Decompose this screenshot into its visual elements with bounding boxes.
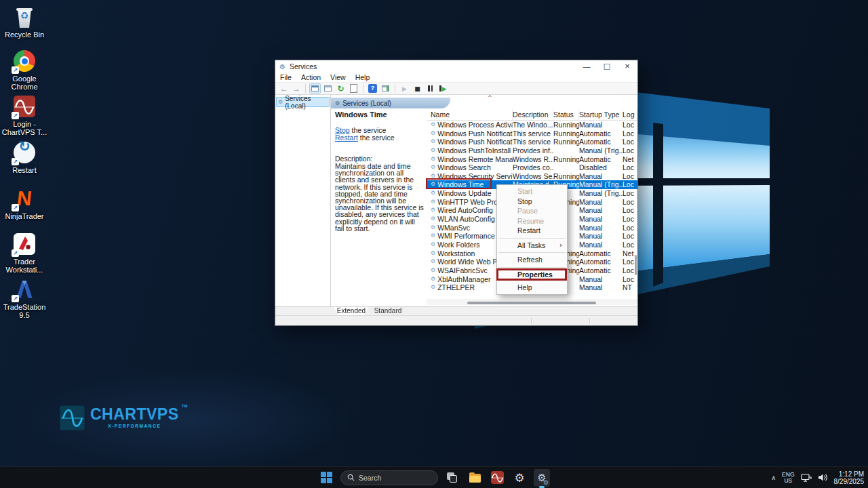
show-action-pane-button[interactable] — [380, 83, 391, 94]
menu-separator — [498, 252, 566, 253]
chartvps-icon — [491, 471, 504, 484]
shortcut-arrow-icon: ↗ — [12, 204, 19, 211]
title-bar[interactable]: ⚙ Services — □ × — [275, 60, 637, 73]
services-app-button[interactable]: ⚙⚙ — [534, 470, 550, 486]
desktop-icon-recycle-bin[interactable]: ♻ Recycle Bin — [0, 5, 49, 39]
menu-action[interactable]: Action — [296, 73, 326, 81]
recycle-bin-icon: ♻ — [13, 5, 36, 28]
column-header-status[interactable]: Status — [553, 109, 579, 120]
brand-name: CHARTVPS — [90, 405, 179, 423]
tab-extended[interactable]: Extended — [334, 307, 369, 315]
service-gear-icon: ⚙ — [431, 121, 435, 129]
service-row-windows-pushtoinstall-serv[interactable]: ⚙Windows PushToInstall Serv...Provides i… — [427, 146, 637, 155]
clock[interactable]: 1:12 PM 8/29/2025 — [834, 470, 865, 485]
service-gear-icon: ⚙ — [431, 224, 435, 232]
services-gears-icon: ⚙⚙ — [534, 469, 550, 487]
desktop-icon-tradestation[interactable]: ↗ TradeStation 9.5 — [0, 278, 49, 319]
stop-service-link[interactable]: Stop — [335, 126, 350, 134]
column-header-description[interactable]: Description — [513, 109, 553, 120]
service-row-windows-push-notification[interactable]: ⚙Windows Push Notification...This servic… — [427, 129, 637, 138]
submenu-arrow-icon: › — [559, 241, 562, 251]
selected-service-name: Windows Time — [335, 111, 424, 119]
desktop-icon-restart[interactable]: ↻ ↗ Restart — [0, 141, 49, 174]
language-indicator[interactable]: ENG US — [782, 472, 794, 483]
start-service-button[interactable]: ▶ — [399, 83, 410, 94]
description-label: Description: — [335, 155, 424, 163]
chrome-icon: ↗ — [13, 49, 36, 73]
service-gear-icon: ⚙ — [431, 129, 435, 138]
column-header-log[interactable]: Log — [623, 109, 637, 120]
scrollbar-thumb[interactable] — [467, 302, 596, 304]
tab-standard[interactable]: Standard — [370, 307, 406, 315]
export-list-button[interactable]: → — [348, 83, 359, 94]
file-explorer-button[interactable] — [467, 470, 483, 486]
list-header: NameDescriptionStatusStartup TypeLog — [427, 109, 637, 121]
service-row-windows-search[interactable]: ⚙Windows SearchProvides co...DisabledLoc — [427, 163, 637, 172]
service-gear-icon: ⚙ — [431, 258, 435, 266]
console-tree-pane: ⚙ Services (Local) — [275, 95, 331, 306]
tree-item-services-local[interactable]: ⚙ Services (Local) — [276, 97, 330, 107]
service-row-windows-push-notification[interactable]: ⚙Windows Push Notification...This servic… — [427, 138, 637, 146]
settings-button[interactable]: ⚙ — [511, 470, 528, 486]
back-button[interactable]: ← — [278, 84, 290, 94]
tradestation-icon: ↗ — [13, 278, 36, 301]
menu-help[interactable]: Help — [351, 73, 375, 81]
restart-service-button[interactable]: ▶ — [437, 83, 449, 94]
menu-separator — [498, 238, 566, 239]
pause-service-button[interactable] — [425, 83, 436, 94]
stop-service-button[interactable]: ■ — [412, 83, 423, 94]
close-button[interactable]: × — [617, 60, 637, 73]
menu-file[interactable]: File — [275, 73, 296, 81]
service-row-windows-security-service[interactable]: ⚙Windows Security ServiceWindows Se...Ru… — [427, 172, 637, 181]
view-tabs: Extended Standard — [275, 306, 637, 315]
services-app-icon: ⚙ — [279, 63, 285, 70]
task-view-button[interactable] — [444, 470, 460, 486]
help-toolbar-button[interactable]: ? — [367, 83, 378, 94]
window-title: Services — [290, 62, 317, 70]
start-button[interactable] — [318, 470, 334, 486]
shortcut-arrow-icon: ↗ — [12, 249, 19, 257]
network-icon[interactable] — [801, 473, 812, 483]
forward-button[interactable]: → — [290, 84, 302, 94]
context-menu-item-stop[interactable]: Stop — [497, 197, 567, 207]
desktop-icon-login-chartvps[interactable]: ↗ Login - ChartVPS T... — [0, 95, 49, 136]
service-row-windows-remote-manage[interactable]: ⚙Windows Remote Manage...Windows R...Run… — [427, 155, 637, 164]
taskbar-search[interactable]: Search — [340, 470, 438, 485]
context-menu-item-all-tasks[interactable]: All Tasks› — [497, 241, 567, 251]
column-header-startup-type[interactable]: Startup Type — [579, 109, 623, 120]
service-row-windows-process-activatio[interactable]: ⚙Windows Process Activatio...The Windo..… — [427, 121, 637, 129]
volume-icon[interactable] — [818, 473, 828, 482]
maximize-button[interactable]: □ — [597, 60, 617, 73]
desktop-icon-ninjatrader[interactable]: N ↗ NinjaTrader — [0, 187, 49, 220]
menu-view[interactable]: View — [326, 73, 351, 81]
service-gear-icon: ⚙ — [431, 249, 435, 258]
minimize-button[interactable]: — — [576, 60, 597, 73]
context-menu-item-properties[interactable]: Properties — [497, 270, 567, 280]
shortcut-arrow-icon: ↗ — [12, 295, 19, 302]
service-gear-icon: ⚙ — [431, 206, 435, 215]
window-content: ⚙ Services (Local) ⚙ Services (Local) Wi… — [275, 95, 637, 306]
chartvps-logo-icon — [60, 405, 85, 430]
context-menu-item-help[interactable]: Help — [497, 283, 567, 293]
services-node-icon: ⚙ — [335, 100, 340, 106]
properties-toolbar-button[interactable] — [322, 83, 334, 94]
column-header-name[interactable]: Name — [431, 109, 513, 120]
refresh-toolbar-button[interactable]: ↻ — [335, 83, 347, 94]
context-menu-item-refresh[interactable]: Refresh — [497, 255, 567, 265]
shortcut-arrow-icon: ↗ — [12, 112, 19, 119]
service-gear-icon: ⚙ — [431, 189, 435, 198]
vertical-scrollbar[interactable] — [635, 255, 637, 275]
horizontal-scrollbar[interactable] — [427, 300, 637, 305]
service-gear-icon: ⚙ — [431, 215, 435, 224]
restart-icon: ↻ ↗ — [13, 141, 36, 164]
context-menu-item-restart[interactable]: Restart — [497, 226, 567, 236]
desktop-icon-trader-workstation[interactable]: ↗ Trader Workstati... — [0, 232, 49, 274]
context-menu-item-start: Start — [497, 186, 567, 197]
chartvps-app-button[interactable] — [489, 470, 505, 486]
hidden-icons-chevron[interactable]: ∧ — [771, 474, 776, 481]
status-bar — [275, 315, 637, 325]
desktop-icon-google-chrome[interactable]: ↗ Google Chrome — [0, 49, 49, 91]
shortcut-arrow-icon: ↗ — [12, 158, 19, 165]
show-console-tree-button[interactable] — [309, 83, 321, 94]
restart-service-link[interactable]: Restart — [335, 134, 358, 142]
